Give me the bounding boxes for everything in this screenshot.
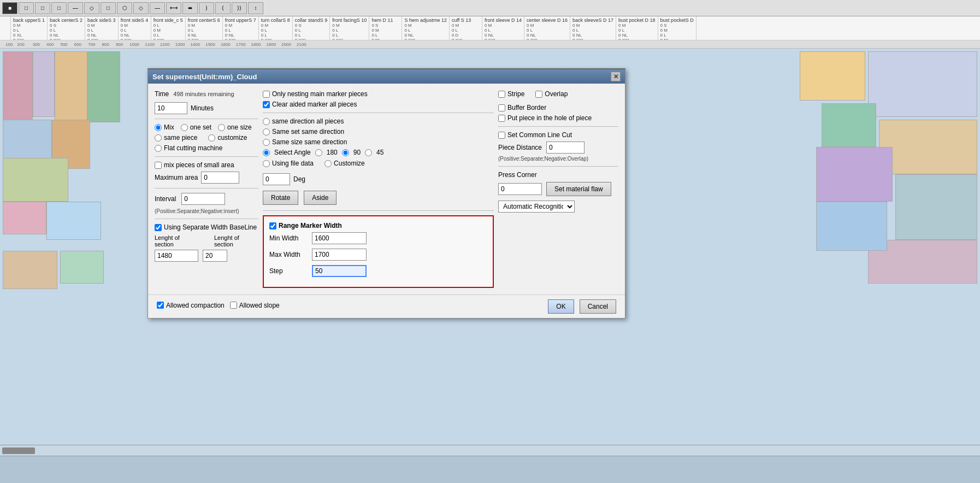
- interval2-input[interactable]: [203, 250, 227, 262]
- rotate-aside-row: Rotate Aside: [263, 191, 494, 205]
- radio-oneset-input[interactable]: [181, 124, 188, 131]
- interval2-label: Lenght of section: [214, 234, 258, 248]
- only-nesting-label: Only nesting main marker pieces: [272, 90, 368, 98]
- max-width-input[interactable]: [312, 249, 367, 261]
- radio-90-label: 90: [353, 149, 361, 156]
- radio-customize-label: customize: [217, 134, 247, 142]
- deg-label: Deg: [293, 175, 305, 183]
- range-marker-checkbox[interactable]: [269, 222, 276, 229]
- radio-same-size-dir-input[interactable]: [263, 139, 270, 146]
- radio-same-set-dir: Same set same direction: [263, 128, 494, 136]
- radio-using-file: Using file data: [263, 160, 314, 167]
- max-area-label: Maximum area: [155, 174, 198, 181]
- buffer-border-label: Buffer Border: [507, 104, 546, 111]
- max-area-input[interactable]: [201, 172, 239, 184]
- using-separate-checkbox[interactable]: [155, 224, 162, 231]
- piece-distance-label: Piece Distance: [498, 144, 542, 151]
- minutes-input[interactable]: [155, 102, 187, 114]
- step-row: Step: [269, 265, 487, 277]
- radio-customize-input[interactable]: [208, 134, 215, 142]
- radio-90-input[interactable]: [342, 149, 349, 156]
- aside-button[interactable]: Aside: [304, 191, 336, 205]
- overlap-label: Overlap: [545, 90, 568, 98]
- time-row: Time 498 minutes remaining: [155, 90, 258, 98]
- radio-customize-dir-input[interactable]: [324, 160, 332, 167]
- dialog-title: Set supernest(Unit:mm)_Cloud: [152, 73, 257, 81]
- positive-note: (Positive:Separate;Negative:insert): [155, 208, 258, 214]
- radio-180-label: 180: [327, 149, 338, 156]
- dialog-close-button[interactable]: ✕: [611, 72, 621, 81]
- min-width-row: Min Width: [269, 232, 487, 244]
- rotate-button[interactable]: Rotate: [263, 191, 298, 205]
- step-label: Step: [269, 267, 308, 275]
- press-corner-input[interactable]: [498, 183, 542, 195]
- length-interval-headers: Lenght of section Lenght of section: [155, 234, 258, 248]
- radio-same-dir-all: same direction all pieces: [263, 117, 494, 125]
- deg-row: Deg: [263, 173, 494, 185]
- set-common-checkbox[interactable]: [498, 132, 505, 139]
- allowed-compaction-checkbox[interactable]: [157, 302, 164, 309]
- radio-same-dir-all-input[interactable]: [263, 118, 270, 125]
- radio-onesize-label: one size: [227, 123, 252, 131]
- max-width-label: Max Width: [269, 251, 308, 258]
- radio-same-set-dir-input[interactable]: [263, 128, 270, 136]
- set-common-label: Set Common Line Cut: [507, 131, 572, 139]
- put-piece-checkbox[interactable]: [498, 115, 505, 122]
- range-marker-label: Range Marker Width: [279, 222, 342, 229]
- step-input[interactable]: [312, 265, 367, 277]
- allowed-slope-label: Allowed slope: [239, 302, 280, 309]
- clear-aided-checkbox[interactable]: [263, 101, 270, 108]
- positive-note2: (Positive:Separate;Negative:Overlap): [498, 156, 618, 162]
- deg-input[interactable]: [263, 173, 290, 185]
- radio-same-size-dir: Same size same direction: [263, 138, 494, 146]
- press-corner-label: Press Corner: [498, 171, 618, 179]
- stripe-label: Stripe: [507, 90, 524, 98]
- auto-recognition-select[interactable]: Automatic Recognition: [498, 201, 575, 213]
- overlap-checkbox[interactable]: [535, 91, 542, 98]
- time-remaining: 498 minutes remaining: [173, 91, 234, 97]
- stripe-check: Stripe: [498, 90, 524, 98]
- supernest-dialog: Set supernest(Unit:mm)_Cloud ✕ Time 498 …: [147, 68, 625, 319]
- interval-label: Interval: [155, 195, 176, 203]
- radio-flatcut: Flat cutting machine: [155, 144, 258, 152]
- radio-samepiece-input[interactable]: [155, 134, 162, 142]
- press-material-row: Set material flaw: [498, 182, 618, 196]
- length-interval-inputs: [155, 250, 258, 262]
- dialog-mid-column: Only nesting main marker pieces Clear ai…: [263, 90, 494, 288]
- radio-flatcut-input[interactable]: [155, 145, 162, 152]
- radio-180-input[interactable]: [315, 149, 322, 156]
- buffer-border-checkbox[interactable]: [498, 104, 505, 111]
- allowed-compaction-check: Allowed compaction: [157, 302, 225, 309]
- radio-customize-dir: Customize: [324, 160, 365, 167]
- piece-distance-input[interactable]: [546, 142, 585, 154]
- cancel-button[interactable]: Cancel: [580, 299, 616, 314]
- allowed-slope-checkbox[interactable]: [230, 302, 237, 309]
- mix-pieces-checkbox[interactable]: [155, 162, 162, 169]
- minutes-label: Minutes: [191, 104, 214, 112]
- radio-select-angle-input[interactable]: [263, 149, 270, 156]
- radio-45-input[interactable]: [365, 149, 372, 156]
- range-marker-box: Range Marker Width Min Width Max Width S…: [263, 215, 494, 288]
- radio-using-file-input[interactable]: [263, 160, 270, 167]
- radio-oneset-label: one set: [190, 123, 211, 131]
- clear-aided-label: Clear aided marker all pieces: [272, 101, 357, 108]
- time-label: Time: [155, 90, 169, 98]
- file-customize-row: Using file data Customize: [263, 160, 494, 170]
- buffer-border-check: Buffer Border: [498, 104, 618, 111]
- allowed-slope-check: Allowed slope: [230, 302, 280, 309]
- radio-mix-input[interactable]: [155, 124, 162, 131]
- set-material-flaw-button[interactable]: Set material flaw: [546, 182, 611, 196]
- stripe-checkbox[interactable]: [498, 91, 505, 98]
- min-width-input[interactable]: [312, 232, 367, 244]
- put-piece-label: Put piece in the hole of piece: [507, 114, 592, 122]
- length-input[interactable]: [155, 250, 198, 262]
- overlap-check: Overlap: [535, 90, 568, 98]
- radio-onesize-input[interactable]: [218, 124, 225, 131]
- interval-input[interactable]: [181, 193, 225, 205]
- dialog-left-column: Time 498 minutes remaining Minutes Mix o…: [155, 90, 258, 288]
- dialog-body: Time 498 minutes remaining Minutes Mix o…: [148, 84, 625, 294]
- interval-row: Interval: [155, 193, 258, 205]
- ok-button[interactable]: OK: [548, 299, 574, 314]
- dialog-titlebar: Set supernest(Unit:mm)_Cloud ✕: [148, 69, 625, 84]
- only-nesting-checkbox[interactable]: [263, 91, 270, 98]
